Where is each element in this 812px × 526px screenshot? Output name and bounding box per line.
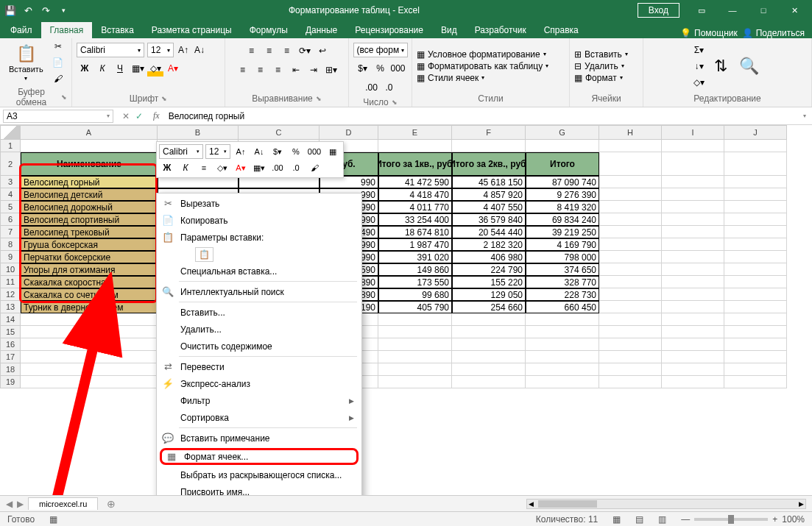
cell[interactable] bbox=[662, 338, 724, 351]
tab-рецензирование[interactable]: Рецензирование bbox=[346, 22, 432, 38]
mini-percent-icon[interactable]: % bbox=[288, 144, 304, 159]
format-cells-button[interactable]: ▦Формат▾ bbox=[574, 73, 628, 83]
col-header[interactable]: E bbox=[378, 125, 452, 140]
name-cell[interactable]: Скакалка со счетчиком bbox=[21, 288, 158, 301]
name-cell[interactable]: Упоры для отжимания bbox=[21, 263, 158, 276]
ctx-экспресс-анализ[interactable]: ⚡Экспресс-анализ bbox=[158, 375, 360, 392]
cell[interactable]: 9 276 390 bbox=[526, 188, 599, 201]
cell[interactable] bbox=[526, 351, 599, 363]
ctx-фильтр[interactable]: Фильтр▶ bbox=[158, 392, 360, 409]
cell[interactable]: 69 834 240 bbox=[526, 213, 599, 226]
accounting-icon[interactable]: $▾ bbox=[355, 60, 371, 77]
mini-fill-icon[interactable]: ◇▾ bbox=[214, 160, 230, 175]
ctx-вставить---[interactable]: Вставить... bbox=[158, 304, 360, 321]
number-format-combo[interactable]: (все форм▾ bbox=[353, 43, 408, 57]
increase-indent-icon[interactable]: ⇥ bbox=[306, 62, 322, 78]
align-right-icon[interactable]: ≡ bbox=[270, 62, 286, 78]
cell[interactable] bbox=[724, 301, 787, 313]
cell[interactable] bbox=[724, 140, 787, 152]
align-middle-icon[interactable]: ≡ bbox=[261, 43, 278, 59]
mini-dec-font-icon[interactable]: A↓ bbox=[251, 144, 267, 159]
cell[interactable] bbox=[724, 326, 787, 338]
cell[interactable] bbox=[378, 140, 452, 152]
cell[interactable]: 4 857 920 bbox=[452, 188, 526, 201]
cell[interactable]: 798 000 bbox=[526, 251, 599, 263]
col-header[interactable]: J bbox=[724, 125, 787, 140]
name-cell[interactable]: Скакалка скоростная bbox=[21, 276, 158, 288]
cell[interactable] bbox=[662, 140, 724, 152]
col-header[interactable]: I bbox=[662, 125, 724, 140]
font-color-button[interactable]: A▾ bbox=[165, 60, 181, 77]
decrease-decimal-icon[interactable]: .0 bbox=[381, 79, 398, 96]
conditional-format-button[interactable]: ▦Условное форматирование▾ bbox=[417, 49, 548, 60]
increase-font-icon[interactable]: A↑ bbox=[177, 45, 190, 55]
autosum-icon[interactable]: Σ▾ bbox=[692, 43, 707, 57]
tab-справка[interactable]: Справка bbox=[535, 22, 587, 38]
row-header[interactable]: 17 bbox=[0, 351, 21, 363]
minimize-icon[interactable]: — bbox=[718, 0, 747, 21]
row-header[interactable]: 3 bbox=[0, 176, 21, 188]
cell[interactable] bbox=[21, 363, 158, 376]
redo-icon[interactable]: ↷ bbox=[38, 3, 53, 18]
zoom-slider[interactable] bbox=[694, 518, 768, 521]
header-total[interactable]: Итого bbox=[526, 152, 599, 176]
cell[interactable]: 39 219 250 bbox=[526, 226, 599, 238]
cell[interactable] bbox=[378, 313, 452, 326]
cell[interactable] bbox=[724, 201, 787, 213]
align-left-icon[interactable]: ≡ bbox=[235, 62, 251, 78]
cell[interactable] bbox=[599, 226, 662, 238]
close-icon[interactable]: ✕ bbox=[780, 0, 809, 21]
ctx-вставить-примечание[interactable]: 💬Вставить примечание bbox=[158, 430, 360, 447]
cell[interactable] bbox=[21, 338, 158, 351]
cell[interactable] bbox=[599, 376, 662, 388]
underline-button[interactable]: Ч bbox=[112, 60, 128, 77]
formula-input[interactable]: Велосипед горный bbox=[164, 111, 797, 121]
cell[interactable]: 8 419 320 bbox=[526, 201, 599, 213]
cell[interactable] bbox=[378, 338, 452, 351]
qat-dropdown-icon[interactable]: ▾ bbox=[56, 3, 71, 18]
cell[interactable] bbox=[526, 140, 599, 152]
col-header[interactable]: C bbox=[239, 125, 319, 140]
cell[interactable] bbox=[599, 188, 662, 201]
mini-dec-dec-icon[interactable]: .0 bbox=[288, 160, 304, 175]
decrease-font-icon[interactable]: A↓ bbox=[193, 45, 206, 55]
cell[interactable] bbox=[662, 188, 724, 201]
cell[interactable] bbox=[21, 326, 158, 338]
cell[interactable] bbox=[724, 213, 787, 226]
cell[interactable] bbox=[526, 326, 599, 338]
cell[interactable]: 1 987 470 bbox=[378, 238, 452, 251]
cell[interactable]: 4 407 550 bbox=[452, 201, 526, 213]
row-header[interactable]: 1 bbox=[0, 140, 21, 152]
cell[interactable]: 155 220 bbox=[452, 276, 526, 288]
cell[interactable] bbox=[662, 226, 724, 238]
cell[interactable]: 149 860 bbox=[378, 263, 452, 276]
cell[interactable] bbox=[662, 238, 724, 251]
cell[interactable]: 45 618 150 bbox=[452, 176, 526, 188]
increase-decimal-icon[interactable]: .00 bbox=[364, 79, 380, 96]
cell[interactable] bbox=[724, 313, 787, 326]
view-layout-icon[interactable]: ▤ bbox=[635, 514, 643, 525]
cell[interactable] bbox=[662, 376, 724, 388]
ctx-[interactable]: 📋 bbox=[158, 246, 360, 263]
mini-border2-icon[interactable]: ▦▾ bbox=[251, 160, 267, 175]
cell[interactable] bbox=[662, 301, 724, 313]
row-header[interactable]: 18 bbox=[0, 363, 21, 376]
name-cell[interactable]: Велосипед детский bbox=[21, 188, 158, 201]
enter-icon[interactable]: ✓ bbox=[135, 111, 143, 121]
cell[interactable]: 391 020 bbox=[378, 251, 452, 263]
cell[interactable] bbox=[599, 251, 662, 263]
name-cell[interactable]: Перчатки боксерские bbox=[21, 251, 158, 263]
orientation-icon[interactable]: ⟳▾ bbox=[297, 43, 313, 59]
format-table-button[interactable]: ▦Форматировать как таблицу▾ bbox=[417, 61, 548, 71]
tab-файл[interactable]: Файл bbox=[1, 22, 41, 38]
ctx-перевести[interactable]: ⇄Перевести bbox=[158, 358, 360, 375]
ctx-выбрать-из-раскрывающегося-списка---[interactable]: Выбрать из раскрывающегося списка... bbox=[158, 466, 360, 483]
tab-разработчик[interactable]: Разработчик bbox=[466, 22, 535, 38]
col-header[interactable]: G bbox=[526, 125, 599, 140]
cell[interactable]: 4 418 470 bbox=[378, 188, 452, 201]
cell[interactable] bbox=[526, 376, 599, 388]
row-header[interactable]: 6 bbox=[0, 213, 21, 226]
worksheet[interactable]: ABCDEFGHIJ 12НаименованиеПродано, 1кв.Пр… bbox=[0, 125, 812, 508]
name-cell[interactable]: Велосипед спортивный bbox=[21, 213, 158, 226]
cell[interactable] bbox=[724, 288, 787, 301]
